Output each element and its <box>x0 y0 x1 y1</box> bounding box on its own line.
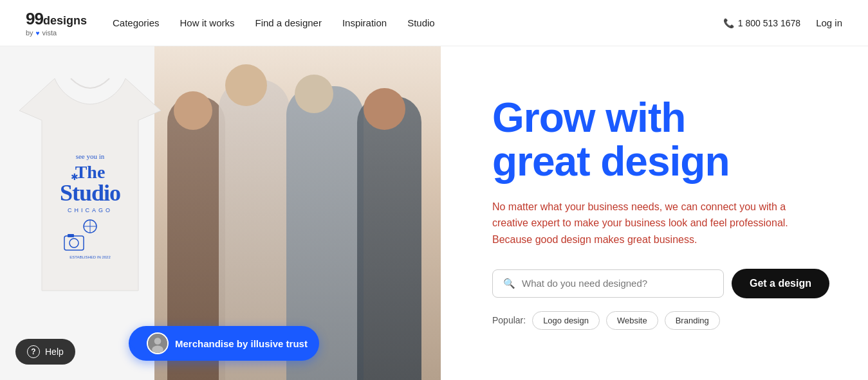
svg-text:ESTABLISHED IN 2022: ESTABLISHED IN 2022 <box>69 255 111 259</box>
search-row: 🔍 Get a design <box>492 269 829 298</box>
help-label: Help <box>45 347 64 357</box>
badge-arrow <box>129 338 135 348</box>
right-content: Grow with great design No matter what yo… <box>441 46 868 380</box>
hero-title-line2: great design <box>492 138 730 185</box>
phone-number: 1 800 513 1678 <box>738 18 800 28</box>
svg-point-19 <box>154 338 162 345</box>
phone-icon: 📞 <box>723 18 734 28</box>
nav-find-designer[interactable]: Find a designer <box>255 17 322 28</box>
svg-text:CHICAGO: CHICAGO <box>68 207 113 213</box>
popular-label: Popular: <box>492 315 526 325</box>
logo[interactable]: 99designs by ♥ vista <box>26 9 87 37</box>
hero-title-line1: Grow with <box>492 95 685 141</box>
popular-row: Popular: Logo design Website Branding <box>492 311 829 330</box>
avatar-icon <box>148 332 167 354</box>
main-nav: Categories How it works Find a designer … <box>113 17 723 28</box>
merchandise-badge[interactable]: Merchandise by illusive trust <box>129 326 319 361</box>
svg-rect-16 <box>68 234 74 237</box>
svg-text:The: The <box>75 162 106 182</box>
shirt-image: see you in The Studio CHICAGO ✱ ESTABLIS… <box>19 59 161 303</box>
login-button[interactable]: Log in <box>816 17 842 28</box>
get-design-button[interactable]: Get a design <box>732 269 829 298</box>
help-icon: ? <box>27 345 40 358</box>
help-button[interactable]: ? Help <box>15 339 75 365</box>
logo-by-text: by <box>26 29 33 37</box>
search-box[interactable]: 🔍 <box>492 269 724 298</box>
nav-how-it-works[interactable]: How it works <box>180 17 235 28</box>
svg-text:see you in: see you in <box>76 152 105 160</box>
badge-label: Merchandise by illusive trust <box>175 338 308 349</box>
search-icon: 🔍 <box>503 278 515 289</box>
phone-area[interactable]: 📞 1 800 513 1678 <box>723 18 800 28</box>
svg-text:Studio: Studio <box>60 180 120 206</box>
nav-inspiration[interactable]: Inspiration <box>342 17 387 28</box>
header: 99designs by ♥ vista Categories How it w… <box>0 0 868 46</box>
nav-studio[interactable]: Studio <box>407 17 435 28</box>
badge-avatar <box>147 332 169 354</box>
popular-tag-branding[interactable]: Branding <box>665 311 720 330</box>
hero-subtitle: No matter what your business needs, we c… <box>492 199 801 248</box>
svg-text:✱: ✱ <box>71 172 78 182</box>
logo-designs: designs <box>43 14 87 28</box>
nav-categories[interactable]: Categories <box>113 17 160 28</box>
hero-image-area: see you in The Studio CHICAGO ✱ ESTABLIS… <box>0 46 441 380</box>
logo-byvista: by ♥ vista <box>26 29 87 37</box>
hero-title: Grow with great design <box>492 96 829 183</box>
main-content: see you in The Studio CHICAGO ✱ ESTABLIS… <box>0 46 868 380</box>
logo-99: 99 <box>26 9 43 29</box>
header-right: 📞 1 800 513 1678 Log in <box>723 17 842 28</box>
search-input[interactable] <box>522 278 713 289</box>
popular-tag-logo[interactable]: Logo design <box>532 311 600 330</box>
vista-heart-icon: ♥ <box>36 30 40 37</box>
shirt-svg: see you in The Studio CHICAGO ✱ ESTABLIS… <box>19 59 161 303</box>
logo-vista-text: vista <box>42 29 57 37</box>
svg-point-20 <box>152 346 163 354</box>
popular-tag-website[interactable]: Website <box>606 311 658 330</box>
